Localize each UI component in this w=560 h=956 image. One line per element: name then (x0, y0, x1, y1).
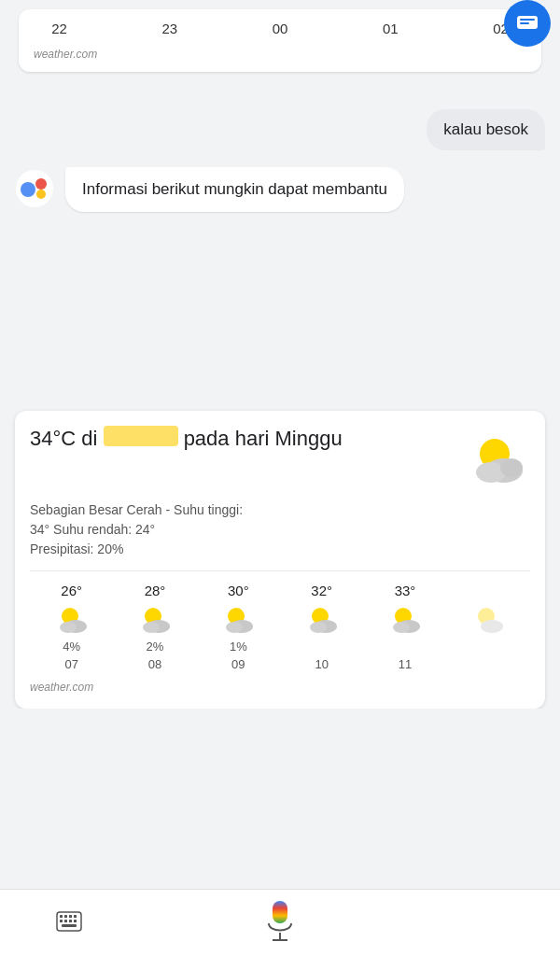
time-09: 09 (231, 657, 245, 671)
svg-rect-2 (520, 22, 529, 24)
assistant-message-row: Informasi berikut mungkin dapat membantu (15, 167, 545, 212)
temp-10: 32° (311, 583, 332, 598)
bottom-nav (0, 889, 560, 956)
svg-point-10 (500, 458, 523, 477)
hourly-forecast: 26° 4% 07 28° 2% 08 30° (30, 583, 530, 671)
svg-point-16 (143, 622, 160, 633)
assistant-fab-button[interactable] (504, 0, 551, 47)
svg-rect-34 (64, 920, 67, 922)
time-07: 07 (64, 657, 77, 671)
temp-07: 26° (61, 583, 82, 598)
microphone-button[interactable] (263, 899, 297, 948)
weather-description: Sebagian Besar Cerah - Suhu tinggi: 34° … (30, 500, 530, 559)
svg-point-6 (36, 190, 46, 199)
top-card-source: weather.com (34, 48, 526, 61)
precip-09: 1% (230, 640, 247, 654)
icon-09 (219, 602, 257, 636)
chat-icon (515, 14, 539, 33)
svg-rect-37 (62, 924, 77, 927)
svg-point-22 (310, 622, 327, 633)
microphone-icon (263, 899, 297, 948)
user-message-row: kalau besok (15, 109, 545, 150)
hourly-11: 33° 11 (363, 583, 446, 671)
icon-07 (53, 602, 91, 636)
weather-card-source: weather.com (30, 681, 530, 694)
assistant-bubble: Informasi berikut mungkin dapat membantu (65, 167, 404, 212)
svg-rect-35 (69, 920, 72, 922)
user-bubble: kalau besok (427, 109, 545, 150)
weather-title-block: 34°C di pada hari Minggu (30, 426, 343, 453)
icon-10 (303, 602, 341, 636)
weather-day: pada hari Minggu (178, 427, 343, 450)
weather-temp: 34°C di (30, 427, 104, 450)
svg-rect-31 (69, 915, 72, 918)
time-11: 11 (399, 657, 412, 671)
chat-area: kalau besok Informasi berikut mungkin da… (0, 91, 560, 411)
precip-11 (403, 640, 407, 654)
top-weather-card: 2% 22 23 00 01 02 weather.com (19, 9, 541, 72)
hourly-10: 32° 10 (280, 583, 363, 671)
icon-partial (469, 602, 507, 636)
hourly-item-23: 23 (144, 21, 195, 36)
hourly-08: 28° 2% 08 (113, 583, 196, 671)
temp-08: 28° (145, 583, 166, 598)
hourly-item-00: 00 (255, 21, 306, 36)
svg-point-19 (226, 622, 243, 633)
google-assistant-icon (15, 169, 54, 208)
weather-main-icon (463, 426, 530, 493)
precip-08: 2% (147, 640, 164, 654)
hourly-item-01: 01 (365, 21, 416, 36)
temp-09: 30° (228, 583, 249, 598)
weather-title: 34°C di pada hari Minggu (30, 426, 343, 453)
hourly-partial (447, 583, 530, 671)
card-divider (30, 570, 530, 571)
icon-11 (386, 602, 424, 636)
svg-rect-36 (74, 920, 77, 922)
svg-point-25 (393, 622, 410, 633)
svg-point-4 (21, 182, 35, 197)
hourly-09: 30° 1% 09 (197, 583, 280, 671)
svg-rect-38 (273, 901, 287, 923)
keyboard-button[interactable] (56, 911, 82, 935)
time-10: 10 (315, 657, 328, 671)
weather-header-row: 34°C di pada hari Minggu (30, 426, 530, 493)
svg-point-13 (60, 622, 77, 633)
hourly-item-22: 22 (34, 21, 85, 36)
svg-rect-29 (60, 915, 63, 918)
precip-07: 4% (63, 640, 80, 654)
weather-result-card: 34°C di pada hari Minggu Sebagian Besar … (15, 411, 545, 709)
precip-10 (320, 640, 324, 654)
svg-rect-1 (520, 19, 535, 21)
svg-point-27 (481, 620, 503, 633)
hourly-07: 26° 4% 07 (30, 583, 113, 671)
temp-11: 33° (395, 583, 416, 598)
svg-rect-30 (64, 915, 67, 918)
keyboard-icon (56, 911, 82, 932)
icon-08 (136, 602, 174, 636)
svg-point-5 (35, 178, 47, 190)
time-08: 08 (148, 657, 161, 671)
location-highlight (104, 426, 178, 446)
hourly-row: 22 23 00 01 02 (34, 21, 526, 42)
svg-rect-33 (60, 920, 63, 922)
svg-rect-32 (74, 915, 77, 918)
